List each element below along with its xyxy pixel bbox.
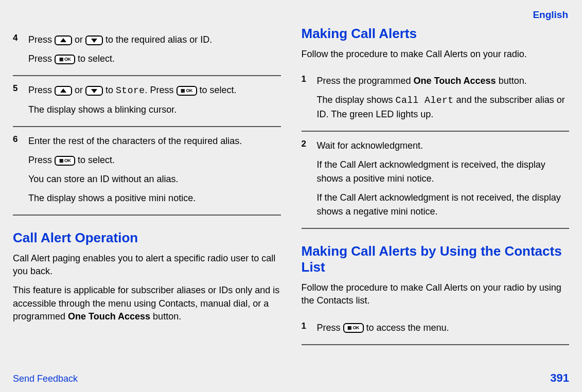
text: to access the menu. xyxy=(364,323,449,333)
step-number: 4 xyxy=(13,33,22,66)
step-line: The display shows a blinking cursor. xyxy=(28,103,237,117)
step: 5Press or to Store. Press ▦ OK to select… xyxy=(13,76,281,127)
text: Press the programmed xyxy=(317,76,414,86)
text: button. xyxy=(496,76,527,86)
text: or xyxy=(72,85,85,95)
step: 2Wait for acknowledgment.If the Call Ale… xyxy=(302,132,570,229)
text: The display shows xyxy=(317,95,396,105)
display-text: Store xyxy=(116,85,145,96)
step-number: 6 xyxy=(13,134,22,205)
step-line: If the Call Alert acknowledgment is rece… xyxy=(317,158,570,186)
step-number: 1 xyxy=(302,321,311,335)
step-body: Press or to Store. Press ▦ OK to select.… xyxy=(28,83,237,117)
step-line: Press ▦ OK to select. xyxy=(28,153,242,167)
ok-button-icon: ▦ OK xyxy=(55,156,75,166)
ok-button-icon: ▦ OK xyxy=(177,86,197,96)
page-number: 391 xyxy=(550,371,569,385)
text: or xyxy=(72,34,85,45)
step-line: Enter the rest of the characters of the … xyxy=(28,134,242,148)
text: Wait for acknowledgment. xyxy=(317,140,423,151)
paragraph: Follow the procedure to make Call Alerts… xyxy=(302,48,570,61)
step-body: Press the programmed One Touch Access bu… xyxy=(317,74,570,121)
bold-text: One Touch Access xyxy=(414,76,496,86)
paragraph: This feature is applicable for subscribe… xyxy=(13,284,281,323)
text: Press xyxy=(28,155,55,165)
step: 4Press or to the required alias or ID.Pr… xyxy=(13,26,281,76)
up-arrow-button-icon xyxy=(55,86,72,96)
heading-making-call-alerts-contacts: Making Call Alerts by Using the Contacts… xyxy=(302,243,570,275)
text: Press xyxy=(28,34,55,45)
content-columns: 4Press or to the required alias or ID.Pr… xyxy=(13,26,569,345)
text: Press xyxy=(317,323,343,333)
send-feedback-link[interactable]: Send Feedback xyxy=(13,373,78,384)
step-line: Press or to Store. Press ▦ OK to select. xyxy=(28,83,237,98)
display-text: Call Alert xyxy=(396,95,454,105)
text: The display shows a positive mini notice… xyxy=(28,193,196,203)
footer: Send Feedback 391 xyxy=(13,371,569,385)
step-line: You can store an ID without an alias. xyxy=(28,172,242,186)
step-line: Press the programmed One Touch Access bu… xyxy=(317,74,570,88)
text: Enter the rest of the characters of the … xyxy=(28,136,242,146)
step: 6Enter the rest of the characters of the… xyxy=(13,127,281,216)
bold-text: One Touch Access xyxy=(68,311,150,322)
step-number: 5 xyxy=(13,83,22,117)
step-number: 2 xyxy=(302,139,311,219)
step-line: The display shows a positive mini notice… xyxy=(28,191,242,205)
text: If the Call Alert acknowledgment is rece… xyxy=(317,159,545,184)
paragraph: Call Alert paging enables you to alert a… xyxy=(13,252,281,278)
step-line: Press ▦ OK to select. xyxy=(28,52,212,66)
text: The display shows a blinking cursor. xyxy=(28,104,177,115)
heading-making-call-alerts: Making Call Alerts xyxy=(302,26,570,42)
down-arrow-button-icon xyxy=(85,86,103,96)
step-body: Press ▦ OK to access the menu. xyxy=(317,321,449,335)
left-column: 4Press or to the required alias or ID.Pr… xyxy=(13,26,281,345)
text: . Press xyxy=(145,85,177,95)
header-language: English xyxy=(13,9,569,21)
paragraph: Follow the procedure to make Call Alerts… xyxy=(302,281,570,307)
text: Press xyxy=(28,85,55,95)
step-body: Press or to the required alias or ID.Pre… xyxy=(28,33,212,66)
step-number: 1 xyxy=(302,74,311,121)
step-line: Press ▦ OK to access the menu. xyxy=(317,321,449,335)
text: If the Call Alert acknowledgment is not … xyxy=(317,192,561,217)
text: to select. xyxy=(75,54,115,64)
text: to the required alias or ID. xyxy=(103,34,212,45)
step-line: Wait for acknowledgment. xyxy=(317,139,570,153)
step: 1Press the programmed One Touch Access b… xyxy=(302,67,570,132)
text: button. xyxy=(150,311,181,322)
step-body: Enter the rest of the characters of the … xyxy=(28,134,242,205)
down-arrow-button-icon xyxy=(85,35,103,45)
step-body: Wait for acknowledgment.If the Call Aler… xyxy=(317,139,570,219)
step-line: If the Call Alert acknowledgment is not … xyxy=(317,191,570,219)
right-column: Making Call Alerts Follow the procedure … xyxy=(302,26,570,345)
text: You can store an ID without an alias. xyxy=(28,174,179,184)
step-line: Press or to the required alias or ID. xyxy=(28,33,212,47)
text: to select. xyxy=(75,155,115,165)
step: 1Press ▦ OK to access the menu. xyxy=(302,314,570,345)
step-line: The display shows Call Alert and the sub… xyxy=(317,93,570,121)
ok-button-icon: ▦ OK xyxy=(343,323,364,333)
ok-button-icon: ▦ OK xyxy=(55,55,75,64)
text: to xyxy=(103,85,116,95)
text: to select. xyxy=(197,85,237,95)
heading-call-alert-operation: Call Alert Operation xyxy=(13,230,281,246)
text: Press xyxy=(28,54,55,64)
up-arrow-button-icon xyxy=(55,35,72,45)
